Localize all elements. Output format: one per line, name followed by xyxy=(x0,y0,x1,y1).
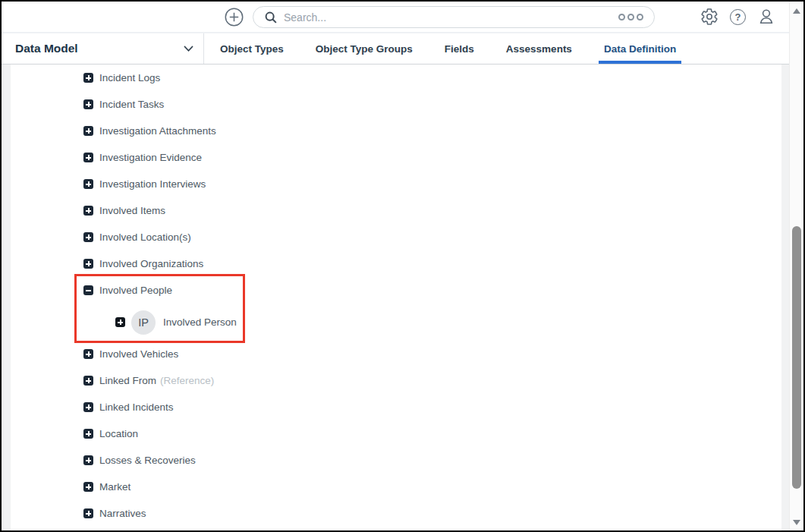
expand-toggle-icon[interactable] xyxy=(83,99,93,109)
search-input[interactable] xyxy=(284,11,618,24)
tree-item[interactable]: Losses & Recoveries xyxy=(11,447,781,474)
tree-item-suffix: (Reference) xyxy=(160,375,214,386)
tree-item[interactable]: Involved Vehicles xyxy=(11,341,781,367)
scrollbar-thumb[interactable] xyxy=(792,226,801,489)
tree-item[interactable]: Linked From (Reference) xyxy=(11,367,781,394)
tree-item-label: Location xyxy=(99,428,138,439)
nav-tab[interactable]: Object Types xyxy=(204,33,300,64)
scrollbar[interactable] xyxy=(789,2,803,530)
expand-toggle-icon[interactable] xyxy=(83,259,93,269)
create-plus-icon[interactable] xyxy=(225,8,244,27)
tree-item[interactable]: Involved People xyxy=(11,277,781,304)
expand-toggle-icon[interactable] xyxy=(83,232,93,242)
nav-tab[interactable]: Fields xyxy=(429,33,490,64)
data-model-dropdown[interactable]: Data Model xyxy=(2,33,204,64)
tree-item-label: Narratives xyxy=(99,508,146,519)
search-icon xyxy=(264,11,278,24)
tree-item[interactable]: Investigation Interviews xyxy=(11,171,781,197)
expand-toggle-icon[interactable] xyxy=(83,429,93,439)
tree-list: Incident Logs Incident Tasks Investigati… xyxy=(11,65,781,527)
tree-item[interactable]: Market xyxy=(11,474,781,500)
expand-toggle-icon[interactable] xyxy=(83,285,93,295)
tree-item-label: Investigation Attachments xyxy=(99,125,216,137)
expand-toggle-icon[interactable] xyxy=(115,317,125,327)
tree-item-label: Involved People xyxy=(99,285,172,296)
top-bar: ? xyxy=(2,2,789,33)
tree-item-label: Investigation Interviews xyxy=(99,178,206,190)
tab-label: Fields xyxy=(445,43,474,55)
search-options-ellipsis-icon[interactable] xyxy=(618,14,643,20)
expand-toggle-icon[interactable] xyxy=(83,482,93,492)
scrollbar-up-arrow-icon[interactable] xyxy=(793,8,800,14)
nav-tab[interactable]: Data Definition xyxy=(588,33,692,64)
tree-item-label: Incident Logs xyxy=(99,72,160,83)
tab-label: Assessments xyxy=(506,43,572,55)
tree-item[interactable]: Linked Incidents xyxy=(11,394,781,420)
chevron-down-icon xyxy=(184,46,193,52)
expand-toggle-icon[interactable] xyxy=(83,73,93,83)
tree-item[interactable]: Investigation Attachments xyxy=(11,118,781,144)
tree-item[interactable]: Incident Tasks xyxy=(11,91,781,118)
tree-item[interactable]: Investigation Evidence xyxy=(11,144,781,171)
tree-item[interactable]: Involved Organizations xyxy=(11,250,781,277)
tree-item[interactable]: Involved Items xyxy=(11,197,781,224)
app-window: ? Data Model Object Types Object Type Gr… xyxy=(0,0,805,532)
tree-item-label: Involved Vehicles xyxy=(99,348,178,360)
tree-item-label: Market xyxy=(99,481,130,493)
nav-tabs: Object Types Object Type Groups Fields A… xyxy=(204,33,692,64)
expand-toggle-icon[interactable] xyxy=(83,376,93,386)
tree-item-label: Incident Tasks xyxy=(99,99,164,110)
expand-toggle-icon[interactable] xyxy=(83,349,93,359)
tab-label: Object Types xyxy=(220,43,284,55)
nav-bar: Data Model Object Types Object Type Grou… xyxy=(2,33,789,65)
help-icon[interactable]: ? xyxy=(730,9,746,25)
tree-item-label: Involved Organizations xyxy=(99,258,203,269)
search-bar[interactable] xyxy=(253,6,655,28)
tree-child-item[interactable]: IP Involved Person xyxy=(11,304,781,341)
nav-title-label: Data Model xyxy=(2,42,78,55)
expand-toggle-icon[interactable] xyxy=(83,508,93,518)
scrollbar-down-arrow-icon[interactable] xyxy=(793,520,800,525)
expand-toggle-icon[interactable] xyxy=(83,126,93,136)
tree-item[interactable]: Involved Location(s) xyxy=(11,224,781,250)
expand-toggle-icon[interactable] xyxy=(83,179,93,189)
tree-child-label: Involved Person xyxy=(163,316,237,328)
expand-toggle-icon[interactable] xyxy=(83,402,93,412)
object-type-panel: Incident Logs Incident Tasks Investigati… xyxy=(11,65,781,530)
main-area: ? Data Model Object Types Object Type Gr… xyxy=(2,2,789,530)
nav-tab[interactable]: Assessments xyxy=(490,33,588,64)
top-right-icons: ? xyxy=(700,8,775,26)
tree-item[interactable]: Location xyxy=(11,420,781,447)
expand-toggle-icon[interactable] xyxy=(83,455,93,465)
monogram-avatar: IP xyxy=(131,310,156,335)
content-area: Incident Logs Incident Tasks Investigati… xyxy=(2,65,789,530)
tree-item-label: Investigation Evidence xyxy=(99,152,202,163)
expand-toggle-icon[interactable] xyxy=(83,206,93,216)
tree-item[interactable]: Incident Logs xyxy=(11,65,781,91)
tree-item-label: Linked Incidents xyxy=(99,401,174,413)
expand-toggle-icon[interactable] xyxy=(83,153,93,162)
nav-tab[interactable]: Object Type Groups xyxy=(300,33,429,64)
tree-item[interactable]: Narratives xyxy=(11,500,781,527)
tree-item-label: Involved Location(s) xyxy=(99,231,191,243)
settings-gear-icon[interactable] xyxy=(700,8,719,26)
tree-item-label: Linked From xyxy=(99,375,156,386)
tree-item-label: Losses & Recoveries xyxy=(99,455,196,466)
tree-item-label: Involved Items xyxy=(99,205,165,216)
tab-label: Data Definition xyxy=(604,43,676,55)
tab-label: Object Type Groups xyxy=(316,43,413,55)
user-profile-icon[interactable] xyxy=(757,8,775,26)
